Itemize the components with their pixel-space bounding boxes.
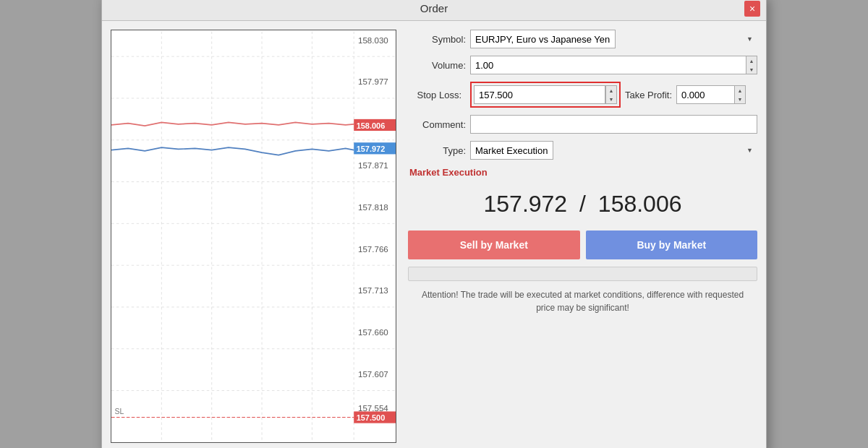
volume-spinner: ▲ ▼ bbox=[746, 56, 757, 74]
chart-container: 158.030 157.977 157.924 157.871 157.818 … bbox=[111, 30, 396, 442]
stop-loss-input[interactable] bbox=[474, 85, 605, 104]
symbol-label: Symbol: bbox=[408, 34, 466, 45]
stop-loss-group: ▲ ▼ bbox=[470, 82, 621, 108]
stop-loss-down-button[interactable]: ▼ bbox=[606, 95, 616, 103]
title-bar: Order × bbox=[102, 0, 766, 21]
take-profit-down-button[interactable]: ▼ bbox=[735, 95, 745, 103]
volume-down-button[interactable]: ▼ bbox=[746, 65, 757, 74]
symbol-row: Symbol: EURJPY, Euro vs Japanese Yen bbox=[408, 30, 757, 48]
stop-loss-label: Stop Loss: bbox=[408, 90, 466, 100]
type-select[interactable]: Market Execution bbox=[470, 141, 553, 160]
ask-price: 158.006 bbox=[598, 191, 682, 217]
svg-text:157.871: 157.871 bbox=[358, 161, 388, 170]
dialog-title: Order bbox=[420, 2, 448, 14]
svg-text:158.030: 158.030 bbox=[358, 36, 388, 45]
stop-loss-spinner: ▲ ▼ bbox=[605, 85, 617, 104]
bid-price: 157.972 bbox=[483, 191, 567, 217]
svg-text:157.818: 157.818 bbox=[358, 203, 388, 212]
take-profit-input[interactable] bbox=[676, 85, 734, 104]
svg-text:157.713: 157.713 bbox=[358, 287, 388, 296]
market-exec-label: Market Execution bbox=[408, 167, 488, 178]
order-dialog: Order × bbox=[101, 0, 767, 448]
sl-tp-row: Stop Loss: ▲ ▼ Take Profit: bbox=[408, 82, 757, 108]
svg-text:157.977: 157.977 bbox=[358, 78, 388, 87]
comment-row: Comment: bbox=[408, 115, 757, 134]
market-exec-label-row: Market Execution bbox=[408, 167, 757, 178]
volume-input-group: ▲ ▼ bbox=[470, 56, 757, 74]
right-panel: Symbol: EURJPY, Euro vs Japanese Yen Vol… bbox=[408, 30, 757, 442]
take-profit-group: Take Profit: ▲ ▼ bbox=[625, 85, 746, 104]
svg-text:157.660: 157.660 bbox=[358, 329, 388, 337]
buy-button[interactable]: Buy by Market bbox=[586, 231, 758, 259]
comment-input[interactable] bbox=[470, 115, 757, 134]
type-row: Type: Market Execution bbox=[408, 141, 757, 160]
symbol-select[interactable]: EURJPY, Euro vs Japanese Yen bbox=[470, 30, 616, 48]
stop-loss-input-group: ▲ ▼ bbox=[474, 85, 617, 104]
close-button[interactable]: × bbox=[744, 1, 760, 17]
svg-text:157.972: 157.972 bbox=[357, 145, 386, 153]
price-display: 157.972 / 158.006 bbox=[408, 185, 757, 223]
type-select-wrapper: Market Execution bbox=[470, 141, 757, 160]
svg-text:157.500: 157.500 bbox=[357, 413, 386, 422]
price-separator: / bbox=[579, 191, 586, 217]
type-label: Type: bbox=[408, 145, 466, 156]
attention-text: Attention! The trade will be executed at… bbox=[408, 288, 757, 314]
volume-row: Volume: ▲ ▼ bbox=[408, 56, 757, 74]
take-profit-up-button[interactable]: ▲ bbox=[735, 86, 745, 95]
symbol-select-wrapper: EURJPY, Euro vs Japanese Yen bbox=[470, 30, 757, 48]
svg-text:157.607: 157.607 bbox=[358, 370, 388, 379]
sell-button[interactable]: Sell by Market bbox=[408, 231, 580, 259]
action-buttons: Sell by Market Buy by Market bbox=[408, 231, 757, 259]
svg-text:158.006: 158.006 bbox=[357, 121, 386, 130]
volume-input[interactable] bbox=[470, 56, 746, 74]
stop-loss-up-button[interactable]: ▲ bbox=[606, 86, 616, 95]
take-profit-input-group: ▲ ▼ bbox=[676, 85, 746, 104]
take-profit-spinner: ▲ ▼ bbox=[734, 85, 746, 104]
progress-bar bbox=[408, 267, 757, 281]
dialog-body: 158.030 157.977 157.924 157.871 157.818 … bbox=[102, 21, 766, 448]
take-profit-label: Take Profit: bbox=[625, 90, 672, 100]
volume-label: Volume: bbox=[408, 60, 466, 71]
comment-label: Comment: bbox=[408, 119, 466, 130]
volume-up-button[interactable]: ▲ bbox=[746, 56, 757, 65]
price-chart: 158.030 157.977 157.924 157.871 157.818 … bbox=[111, 30, 396, 441]
svg-text:SL: SL bbox=[115, 408, 124, 415]
svg-text:157.766: 157.766 bbox=[358, 245, 388, 254]
